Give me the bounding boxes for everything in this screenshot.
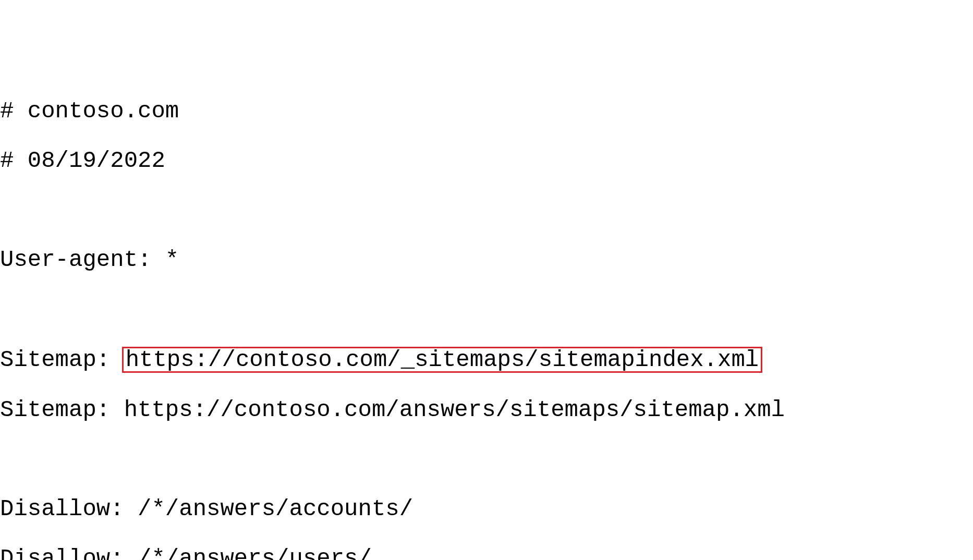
sitemap-label: Sitemap: xyxy=(0,347,124,373)
sitemap-line-2: Sitemap: https://contoso.com/answers/sit… xyxy=(0,398,973,423)
comment-date-line: # 08/19/2022 xyxy=(0,149,973,174)
disallow-line: Disallow: /*/answers/accounts/ xyxy=(0,497,973,522)
disallow-line: Disallow: /*/answers/users/ xyxy=(0,546,973,560)
sitemap-line-1: Sitemap: https://contoso.com/_sitemaps/s… xyxy=(0,347,973,373)
comment-domain-line: # contoso.com xyxy=(0,99,973,124)
blank-line xyxy=(0,447,973,472)
blank-line xyxy=(0,198,973,223)
sitemap-highlighted-url: https://contoso.com/_sitemaps/sitemapind… xyxy=(122,347,763,373)
user-agent-line: User-agent: * xyxy=(0,248,973,273)
blank-line xyxy=(0,297,973,322)
